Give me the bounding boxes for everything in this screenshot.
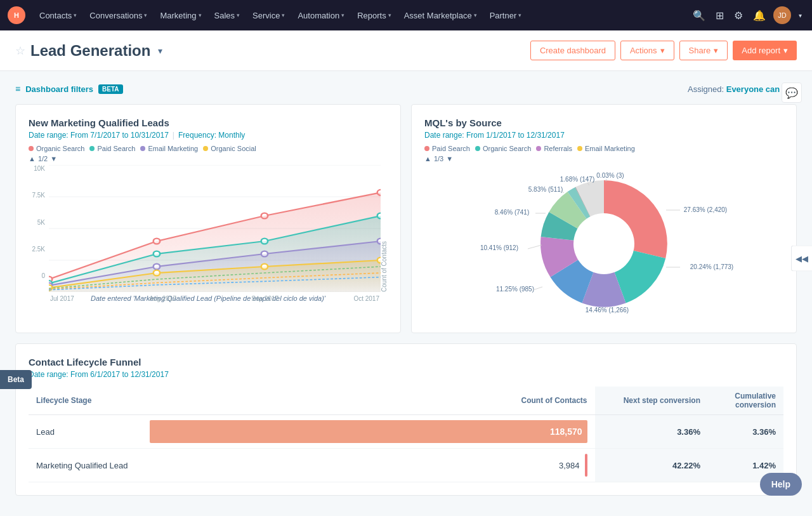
chart1-title: New Marketing Qualified Leads <box>29 117 388 128</box>
legend-organic-search: Organic Search <box>29 145 84 152</box>
svg-line-36 <box>533 287 542 290</box>
assigned-info: Assigned: Everyone can edit <box>688 84 797 94</box>
legend-email-pie: Email Marketing <box>577 145 635 152</box>
legend-organic-social: Organic Social <box>203 145 256 152</box>
cumulative-conversion-lead: 3.36% <box>708 415 783 449</box>
nav-sales[interactable]: Sales▾ <box>208 0 247 30</box>
page-header: ☆ Lead Generation ▾ Create dashboard Act… <box>0 30 812 71</box>
legend-organic-search-pie: Organic Search <box>475 145 531 152</box>
table-row: Marketing Qualified Lead 3,984 42.22% <box>29 449 783 482</box>
add-report-button[interactable]: Add report ▾ <box>733 41 797 60</box>
svg-text:20.24% (1,773): 20.24% (1,773) <box>690 263 733 270</box>
create-dashboard-button[interactable]: Create dashboard <box>530 41 615 60</box>
svg-text:0.03% (3): 0.03% (3) <box>596 172 624 179</box>
bar-cell-lead: 118,570 <box>142 415 595 449</box>
hubspot-logo[interactable]: H <box>8 6 25 24</box>
funnel-card: Contact Lifecycle Funnel Date range: Fro… <box>15 343 797 496</box>
legend-email-marketing: Email Marketing <box>140 145 198 152</box>
beta-button[interactable]: Beta <box>0 370 32 389</box>
notifications-icon[interactable]: 🔔 <box>750 7 768 24</box>
chevron-down-icon: ▾ <box>74 12 77 18</box>
nav-partner[interactable]: Partner▾ <box>483 0 528 30</box>
prev-arrow-icon[interactable]: ▲ <box>29 155 36 162</box>
actions-button[interactable]: Actions ▾ <box>620 41 674 60</box>
chart2-title: MQL's by Source <box>424 117 783 128</box>
legend-paid-search: Paid Search <box>89 145 135 152</box>
nav-service[interactable]: Service▾ <box>246 0 291 30</box>
account-chevron-icon[interactable]: ▾ <box>796 10 804 22</box>
chevron-down-icon: ▾ <box>282 12 285 18</box>
funnel-date: Date range: From 6/1/2017 to 12/31/2017 <box>29 370 783 379</box>
chart1-pagination: ▲ 1/2 ▼ <box>29 155 388 162</box>
top-navigation: H Contacts▾ Conversations▾ Marketing▾ Sa… <box>0 0 812 30</box>
chat-icon[interactable]: 💬 <box>782 83 802 103</box>
main-content: ≡ Dashboard filters BETA Assigned: Every… <box>0 71 812 508</box>
chevron-down-icon: ▾ <box>199 12 202 18</box>
nav-conversations[interactable]: Conversations▾ <box>83 0 154 30</box>
share-chevron-icon: ▾ <box>714 46 718 55</box>
chevron-down-icon: ▾ <box>518 12 521 18</box>
mqls-pie-chart-card: MQL's by Source Date range: From 1/1/201… <box>411 104 797 333</box>
dashboard-filters-label[interactable]: Dashboard filters <box>25 84 93 94</box>
next-conversion-mql: 42.22% <box>595 449 709 482</box>
chart2-date: Date range: From 1/1/2017 to 12/31/2017 <box>424 131 783 140</box>
nav-asset-marketplace[interactable]: Asset Marketplace▾ <box>398 0 483 30</box>
chart2-legend: Paid Search Organic Search Referrals Ema… <box>424 145 783 152</box>
beta-badge: BETA <box>98 84 122 94</box>
avatar[interactable]: JD <box>773 6 791 24</box>
next-arrow-icon[interactable]: ▼ <box>50 155 57 162</box>
col-next: Next step conversion <box>595 387 709 415</box>
svg-text:8.46% (741): 8.46% (741) <box>495 209 529 216</box>
funnel-table: Lifecycle Stage Count of Contacts Next s… <box>29 387 783 482</box>
svg-text:10.41% (912): 10.41% (912) <box>480 244 518 251</box>
chart1-legend: Organic Search Paid Search Email Marketi… <box>29 145 388 152</box>
chevron-down-icon: ▾ <box>474 12 477 18</box>
legend-referrals-pie: Referrals <box>536 145 572 152</box>
funnel-title: Contact Lifecycle Funnel <box>29 357 783 367</box>
help-button[interactable]: Help <box>760 473 802 496</box>
sidebar-toggle-button[interactable]: ◀◀ <box>791 245 812 271</box>
share-button[interactable]: Share ▾ <box>679 41 728 60</box>
svg-text:H: H <box>14 11 19 19</box>
nav-automation[interactable]: Automation▾ <box>291 0 351 30</box>
lifecycle-stage-mql: Marketing Qualified Lead <box>29 449 142 482</box>
line-chart-svg <box>49 165 381 292</box>
legend-paid-search-pie: Paid Search <box>424 145 470 152</box>
nav-contacts[interactable]: Contacts▾ <box>33 0 83 30</box>
lifecycle-stage-lead: Lead <box>29 415 142 449</box>
col-cumulative: Cumulative conversion <box>708 387 783 415</box>
chart1-date: Date range: From 7/1/2017 to 10/31/2017 … <box>29 131 388 140</box>
next-arrow-icon[interactable]: ▼ <box>446 155 453 162</box>
date-separator: | <box>173 131 174 140</box>
svg-point-23 <box>573 213 634 274</box>
svg-line-37 <box>528 245 542 249</box>
svg-text:1.68% (147): 1.68% (147) <box>560 176 594 183</box>
favorite-star-icon[interactable]: ☆ <box>15 44 25 58</box>
svg-text:11.25% (985): 11.25% (985) <box>496 286 534 293</box>
chevron-down-icon: ▾ <box>237 12 240 18</box>
col-count: Count of Contacts <box>142 387 595 415</box>
col-lifecycle: Lifecycle Stage <box>29 387 142 415</box>
chevron-down-icon: ▾ <box>144 12 147 18</box>
nav-marketing[interactable]: Marketing▾ <box>154 0 207 30</box>
search-icon[interactable]: 🔍 <box>690 7 708 24</box>
page-title: Lead Generation <box>30 42 150 60</box>
title-dropdown-icon[interactable]: ▾ <box>158 46 162 56</box>
next-conversion-lead: 3.36% <box>595 415 709 449</box>
chevron-down-icon: ▾ <box>341 12 344 18</box>
nav-reports[interactable]: Reports▾ <box>351 0 398 30</box>
table-row: Lead 118,570 3.36% 3.36% <box>29 415 783 449</box>
prev-arrow-icon[interactable]: ▲ <box>424 155 431 162</box>
svg-text:5.83% (511): 5.83% (511) <box>528 186 563 193</box>
chevron-down-icon: ▾ <box>388 12 391 18</box>
settings-icon[interactable]: ⚙ <box>731 7 745 24</box>
grid-icon[interactable]: ⊞ <box>713 7 726 24</box>
pie-chart-svg: 27.63% (2,420) 20.24% (1,773) 14.46% (1,… <box>439 168 769 320</box>
mqls-line-chart-card: New Marketing Qualified Leads Date range… <box>15 104 401 333</box>
chart2-pagination: ▲ 1/3 ▼ <box>424 155 783 162</box>
filters-bar: ≡ Dashboard filters BETA Assigned: Every… <box>15 84 797 94</box>
actions-chevron-icon: ▾ <box>660 46 665 55</box>
bar-cell-mql: 3,984 <box>142 449 595 482</box>
filter-icon: ≡ <box>15 84 20 94</box>
add-report-chevron-icon: ▾ <box>783 46 788 55</box>
